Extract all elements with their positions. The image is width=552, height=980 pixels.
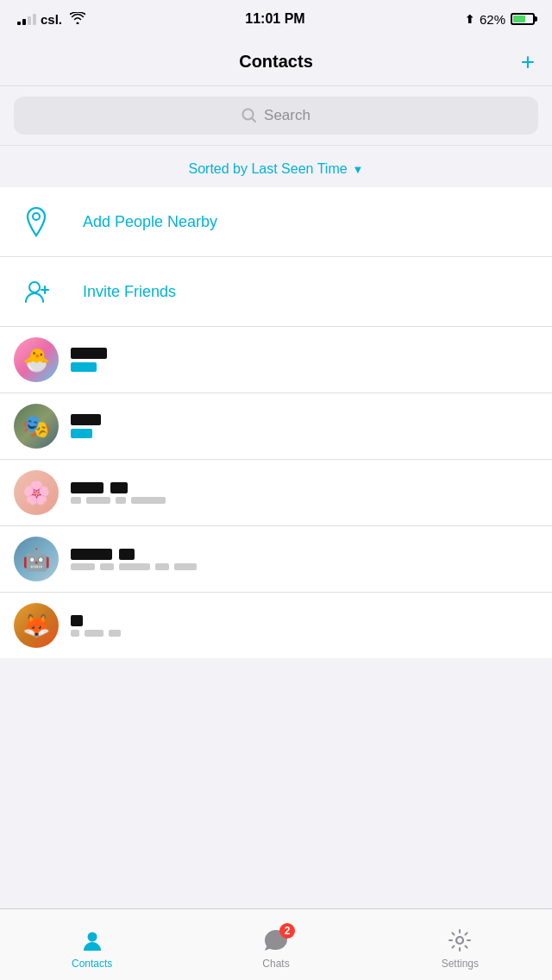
contacts-tab-label: Contacts xyxy=(72,958,112,970)
contacts-list: Add People Nearby Invite Friends 🐣 xyxy=(0,187,552,658)
search-placeholder: Search xyxy=(264,107,310,124)
contact-item-4[interactable]: 🤖 xyxy=(0,526,552,593)
invite-friends-item[interactable]: Invite Friends xyxy=(0,257,552,327)
contact-content-2 xyxy=(71,414,538,438)
contact-status-3 xyxy=(71,497,538,504)
signal-icon xyxy=(17,13,36,25)
avatar-2: 🎭 xyxy=(14,404,59,449)
battery-icon xyxy=(511,13,535,25)
contact-name-2 xyxy=(71,414,538,425)
contacts-tab-icon xyxy=(78,927,106,954)
avatar-4: 🤖 xyxy=(14,537,59,581)
carrier-label: csl. xyxy=(41,12,62,27)
contact-item-5[interactable]: 🦊 xyxy=(0,593,552,658)
invite-friends-label: Invite Friends xyxy=(83,283,176,301)
settings-tab-icon xyxy=(446,927,474,954)
contact-status-2 xyxy=(71,429,538,438)
sort-label: Sorted by Last Seen Time xyxy=(189,161,348,177)
status-left: csl. xyxy=(17,12,85,27)
contact-name-5 xyxy=(71,615,538,626)
svg-point-1 xyxy=(33,213,40,220)
svg-point-6 xyxy=(456,937,463,944)
contact-item-1[interactable]: 🐣 xyxy=(0,327,552,393)
contact-item-3[interactable]: 🌸 xyxy=(0,460,552,526)
avatar-3: 🌸 xyxy=(14,470,59,515)
page-title: Contacts xyxy=(239,52,313,72)
sort-row[interactable]: Sorted by Last Seen Time ▼ xyxy=(0,146,552,187)
search-bar[interactable]: Search xyxy=(14,97,538,135)
avatar-1: 🐣 xyxy=(14,337,59,382)
tab-chats[interactable]: 2 Chats xyxy=(184,920,367,970)
contact-name-4 xyxy=(71,549,538,560)
contact-content-3 xyxy=(71,482,538,504)
avatar-5: 🦊 xyxy=(14,603,59,648)
chats-icon-wrap: 2 xyxy=(262,927,290,954)
svg-point-5 xyxy=(87,933,97,942)
contact-name-3 xyxy=(71,482,538,493)
chats-tab-label: Chats xyxy=(262,958,289,970)
search-container: Search xyxy=(0,86,552,146)
add-nearby-label: Add People Nearby xyxy=(83,213,217,231)
bottom-tabs: Contacts 2 Chats Settings xyxy=(0,908,552,980)
battery-percent: 62% xyxy=(480,12,505,27)
add-nearby-item[interactable]: Add People Nearby xyxy=(0,187,552,257)
status-right: ⬆ 62% xyxy=(465,12,535,27)
contact-status-1 xyxy=(71,362,538,372)
add-contact-button[interactable]: + xyxy=(521,50,535,74)
sort-arrow-icon: ▼ xyxy=(353,163,364,176)
wifi-icon xyxy=(70,12,85,27)
svg-point-2 xyxy=(29,282,40,292)
location-icon: ⬆ xyxy=(465,13,474,26)
contact-content-1 xyxy=(71,348,538,372)
location-pin-icon xyxy=(14,199,59,244)
contact-content-5 xyxy=(71,615,538,637)
add-person-icon xyxy=(14,269,59,314)
status-time: 11:01 PM xyxy=(245,11,304,27)
contact-name-1 xyxy=(71,348,538,359)
search-icon xyxy=(242,108,257,123)
contact-item-2[interactable]: 🎭 xyxy=(0,393,552,460)
settings-tab-label: Settings xyxy=(442,958,479,970)
contact-status-5 xyxy=(71,630,538,637)
status-bar: csl. 11:01 PM ⬆ 62% xyxy=(0,0,552,38)
contact-status-4 xyxy=(71,563,538,570)
page-header: Contacts + xyxy=(0,38,552,86)
tab-settings[interactable]: Settings xyxy=(368,920,552,970)
chats-badge: 2 xyxy=(279,923,295,939)
contact-content-4 xyxy=(71,549,538,570)
tab-contacts[interactable]: Contacts xyxy=(0,920,184,970)
